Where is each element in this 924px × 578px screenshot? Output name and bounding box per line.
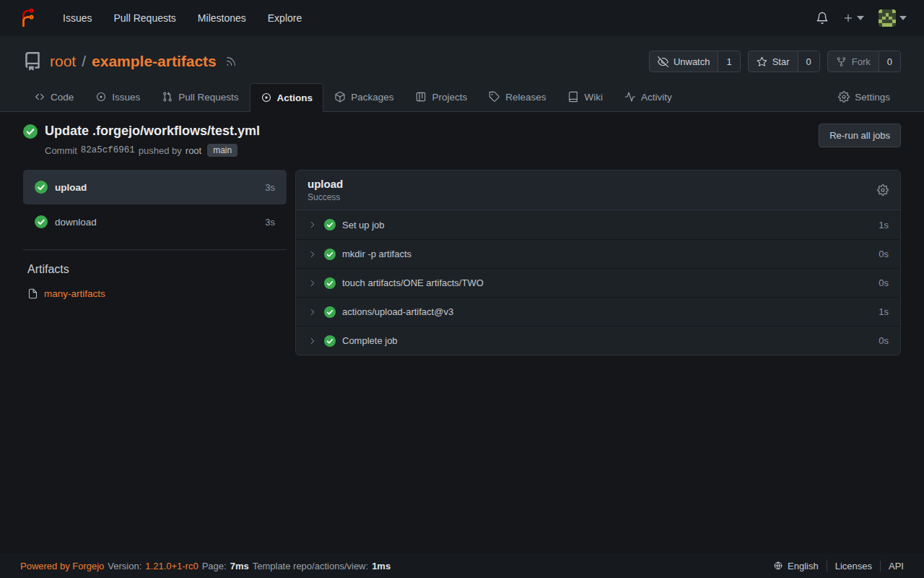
step-row[interactable]: mkdir -p artifacts 0s [296, 239, 900, 268]
rss-feed-button[interactable] [225, 56, 237, 67]
powered-by-link[interactable]: Powered by Forgejo [20, 561, 104, 571]
language-menu[interactable]: English [765, 561, 827, 571]
watch-button-group: Unwatch 1 [649, 51, 741, 72]
stars-count[interactable]: 0 [798, 51, 819, 72]
forgejo-logo-icon[interactable] [17, 8, 38, 28]
forks-count[interactable]: 0 [879, 51, 900, 72]
pushed-by-label: pushed by [139, 145, 182, 156]
tab-label: Pull Requests [178, 92, 238, 103]
step-row[interactable]: touch artifacts/ONE artifacts/TWO 0s [296, 268, 900, 297]
chevron-right-icon [308, 336, 318, 346]
tab-projects[interactable]: Projects [404, 82, 478, 111]
tab-activity[interactable]: Activity [614, 82, 683, 111]
tab-releases[interactable]: Releases [478, 82, 557, 111]
branch-badge[interactable]: main [207, 144, 237, 157]
unwatch-button[interactable]: Unwatch [650, 51, 718, 72]
globe-icon [773, 561, 783, 571]
star-button[interactable]: Star [749, 51, 798, 72]
caret-down-icon [857, 16, 864, 20]
step-row[interactable]: Complete job 0s [296, 326, 900, 355]
notifications-button[interactable] [816, 12, 829, 25]
footer-left: Powered by Forgejo Version: 1.21.0+1-rc0… [20, 561, 391, 571]
step-duration: 1s [879, 306, 889, 317]
watchers-count[interactable]: 1 [718, 51, 739, 72]
nav-explore[interactable]: Explore [257, 0, 313, 36]
tab-label: Code [51, 92, 74, 103]
commit-sha-link[interactable]: 82a5cf6961 [81, 145, 135, 155]
tab-packages[interactable]: Packages [323, 82, 404, 111]
tab-code[interactable]: Code [23, 82, 84, 111]
repo-name-link[interactable]: example-artifacts [92, 53, 217, 70]
chevron-right-icon [308, 307, 318, 317]
repo-path-separator: / [82, 53, 86, 70]
job-name: upload [55, 182, 87, 193]
step-row[interactable]: actions/upload-artifact@v3 1s [296, 297, 900, 326]
step-duration: 0s [879, 249, 889, 259]
job-item-download[interactable]: download 3s [23, 204, 287, 239]
nav-issues[interactable]: Issues [52, 0, 103, 36]
check-circle-icon [324, 249, 336, 260]
repo-title-row: root / example-artifacts Unwatch [23, 49, 901, 74]
pusher-link[interactable]: root [186, 145, 201, 156]
tab-wiki[interactable]: Wiki [557, 82, 614, 111]
run-status-check-circle-icon [23, 124, 38, 139]
artifact-item: many-artifacts [27, 288, 287, 299]
fork-button[interactable]: Fork [828, 51, 879, 72]
play-circle-icon [261, 92, 272, 103]
chevron-right-icon [308, 249, 318, 259]
template-time-label: Template repo/actions/view: [253, 561, 368, 571]
create-new-button[interactable] [843, 13, 864, 23]
footer-right: English Licenses API [765, 561, 904, 571]
step-list: Set up job 1s mkdir -p artifacts 0s touc… [296, 210, 900, 355]
tab-actions[interactable]: Actions [250, 83, 324, 112]
version-label: Version: [108, 561, 141, 571]
artifact-download-link[interactable]: many-artifacts [44, 288, 105, 299]
commit-line: Commit 82a5cf6961 pushed by root main [45, 144, 260, 157]
step-row[interactable]: Set up job 1s [296, 210, 900, 239]
pulse-icon [624, 91, 636, 103]
user-menu-button[interactable] [879, 9, 907, 27]
version-link[interactable]: 1.21.0+1-rc0 [145, 561, 198, 571]
issue-opened-icon [95, 91, 107, 103]
file-icon [27, 288, 38, 299]
page-time-label: Page: [202, 561, 227, 571]
project-icon [415, 91, 427, 103]
commit-label: Commit [45, 145, 77, 156]
chevron-right-icon [308, 278, 318, 288]
nav-milestones[interactable]: Milestones [187, 0, 257, 36]
job-detail-panel: upload Success Set up job 1s [295, 170, 901, 355]
plus-icon [843, 13, 853, 23]
job-detail-title-block: upload Success [308, 178, 343, 202]
check-circle-icon [324, 335, 336, 347]
tab-issues[interactable]: Issues [84, 82, 151, 111]
tab-label: Actions [277, 92, 313, 103]
run-title: Update .forgejo/workflows/test.yml [45, 124, 260, 139]
rerun-all-jobs-button[interactable]: Re-run all jobs [819, 124, 901, 147]
nav-pull-requests[interactable]: Pull Requests [103, 0, 186, 36]
step-duration: 0s [879, 277, 889, 288]
run-header: Update .forgejo/workflows/test.yml Commi… [23, 124, 901, 157]
repo-owner-link[interactable]: root [50, 53, 76, 70]
avatar [879, 9, 896, 27]
job-options-gear-icon[interactable] [877, 184, 889, 196]
step-label: mkdir -p artifacts [342, 249, 411, 259]
eye-off-icon [658, 56, 668, 67]
step-label: Set up job [342, 220, 385, 230]
step-duration: 1s [879, 220, 889, 230]
navbar-right [816, 9, 907, 27]
top-navbar: Issues Pull Requests Milestones Explore [0, 0, 924, 36]
check-circle-icon [35, 215, 48, 228]
rss-icon [225, 56, 237, 67]
job-item-upload[interactable]: upload 3s [23, 170, 287, 204]
repo-tabs: Code Issues Pull Requests Actions [0, 82, 924, 112]
star-button-group: Star 0 [748, 51, 820, 72]
gear-icon [838, 91, 850, 103]
tab-label: Activity [641, 92, 672, 103]
tab-settings[interactable]: Settings [827, 82, 901, 111]
tab-pull-requests[interactable]: Pull Requests [151, 82, 249, 111]
page: Issues Pull Requests Milestones Explore [0, 0, 924, 578]
licenses-link[interactable]: Licenses [827, 561, 880, 571]
job-detail-status: Success [308, 192, 343, 202]
api-link[interactable]: API [880, 561, 904, 571]
job-sidebar: upload 3s download 3s Artifacts man [23, 170, 287, 299]
